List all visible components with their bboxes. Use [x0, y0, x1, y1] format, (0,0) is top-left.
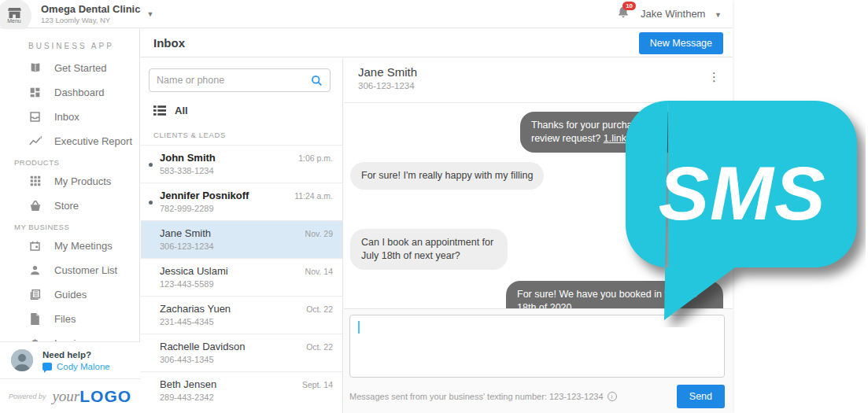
page-title: Inbox	[153, 36, 185, 50]
conversation-name: Beth Jensen	[160, 378, 216, 390]
conversation-time: Nov. 29	[305, 229, 333, 238]
conversation-phone: 782-999-2289	[160, 204, 333, 213]
conversation-name: Rachelle Davidson	[160, 341, 245, 352]
conversation-list-pane: All CLIENTS & LEADS John Smith1:06 p.m. …	[141, 58, 343, 413]
sidebar-item-label: Executive Report	[54, 135, 132, 147]
sidebar-item-label: Guides	[54, 289, 87, 301]
sidebar-item-store[interactable]: Store	[0, 196, 139, 215]
notifications-button[interactable]: 10	[617, 6, 630, 22]
chat-header: Jane Smith 306-123-1234 ⋮	[344, 58, 733, 103]
search-box[interactable]	[149, 68, 331, 92]
sidebar-item-executive-report[interactable]: Executive Report	[0, 131, 139, 150]
message-link[interactable]: 1.link/sdj2	[604, 133, 648, 144]
list-heading: CLIENTS & LEADS	[141, 121, 342, 145]
conversation-time: 1:06 p.m.	[298, 153, 333, 163]
section-heading-my-business: MY BUSINESS	[0, 215, 139, 236]
conversation-name: John Smith	[160, 152, 216, 164]
info-icon[interactable]: i	[608, 392, 617, 401]
sidebar-item-label: Dashboard	[54, 87, 105, 98]
message-incoming: For sure! I'm really happy with my filli…	[350, 162, 544, 190]
dashboard-icon	[28, 86, 42, 99]
text-cursor	[358, 321, 360, 334]
help-agent-link[interactable]: Cody Malone	[42, 362, 110, 371]
sidebar-item-files[interactable]: Files	[0, 309, 139, 328]
sidebar-item-get-started[interactable]: Get Started	[0, 58, 139, 77]
business-switcher[interactable]: Omega Dental Clinic 123 Loomly Way, NY ▼	[41, 3, 153, 24]
sidebar-item-my-meetings[interactable]: My Meetings	[0, 236, 139, 255]
conversation-time: Sept. 14	[302, 380, 333, 389]
menu-button[interactable]: Menu	[0, 0, 31, 33]
business-name: Omega Dental Clinic	[41, 3, 140, 15]
send-button[interactable]: Send	[677, 385, 725, 408]
kebab-menu-icon[interactable]: ⋮	[708, 71, 720, 83]
new-message-button[interactable]: New Message	[639, 32, 723, 54]
conversation-row[interactable]: John Smith1:06 p.m. 583-338-1234	[141, 145, 342, 183]
sidebar-item-label: My Products	[54, 175, 111, 187]
chat-contact-phone: 306-123-1234	[358, 81, 720, 90]
conversation-name: Jessica Uslami	[160, 265, 228, 277]
unread-dot	[149, 201, 153, 205]
filter-all[interactable]: All	[141, 95, 342, 121]
conversation-row[interactable]: Zacharias YuenOct. 22 231-445-4345	[141, 296, 342, 334]
apps-grid-icon	[28, 175, 42, 188]
conversation-name: Jennifer Posnikoff	[160, 190, 249, 201]
powered-by: Powered by your LOGO	[0, 378, 140, 413]
conversation-time: Nov. 14	[305, 267, 333, 276]
chevron-down-icon: ▼	[715, 11, 722, 19]
sidebar: BUSINESS APP Get Started Dashboard Inbox…	[0, 29, 140, 413]
sidebar-item-label: Files	[54, 313, 76, 325]
sidebar-item-my-products[interactable]: My Products	[0, 171, 139, 190]
conversation-phone: 583-338-1234	[160, 166, 333, 175]
message-incoming: Can I book an appointment for July 18th …	[350, 229, 508, 270]
calendar-icon	[28, 239, 42, 253]
filter-all-label: All	[175, 105, 188, 116]
message-outgoing: Thanks for your purchase toreview reques…	[520, 112, 687, 153]
sidebar-item-label: Store	[54, 200, 79, 212]
app-label: BUSINESS APP	[0, 29, 139, 58]
unread-dot	[149, 163, 153, 167]
powered-by-label: Powered by	[9, 393, 46, 400]
inbox-icon	[28, 110, 42, 124]
sidebar-item-inbox[interactable]: Inbox	[0, 107, 139, 126]
chat-bubble-icon	[42, 363, 52, 371]
guides-icon	[28, 288, 42, 301]
screenshot-stage: Menu Omega Dental Clinic 123 Loomly Way,…	[0, 0, 868, 413]
conversation-time: Oct. 22	[306, 304, 333, 314]
top-bar: Menu Omega Dental Clinic 123 Loomly Way,…	[0, 0, 733, 28]
sidebar-item-customer-list[interactable]: Customer List	[0, 260, 139, 279]
composer-footer-note: Messages sent from your business' textin…	[349, 392, 617, 401]
support-avatar	[11, 349, 33, 371]
user-menu[interactable]: Jake Winthem ▼	[641, 8, 722, 20]
sidebar-item-dashboard[interactable]: Dashboard	[0, 83, 139, 101]
conversation-row[interactable]: Rachelle DavidsonOct. 22 306-443-1345	[141, 334, 342, 371]
basket-icon	[28, 199, 42, 212]
message-thread: Thanks for your purchase toreview reques…	[344, 104, 733, 308]
business-address: 123 Loomly Way, NY	[41, 16, 140, 24]
conversation-phone: 306-123-1234	[160, 242, 333, 251]
conversation-row-selected[interactable]: Jane SmithNov. 29 306-123-1234	[141, 220, 342, 258]
sidebar-item-label: My Meetings	[54, 240, 113, 252]
conversation-row[interactable]: Jennifer Posnikoff11:24 a.m. 782-999-228…	[141, 183, 342, 220]
help-agent-name: Cody Malone	[57, 362, 110, 371]
line-chart-icon	[28, 135, 42, 148]
search-input[interactable]	[157, 75, 311, 86]
conversation-row[interactable]: Beth JensenSept. 14 289-443-2342	[141, 371, 342, 409]
chat-pane: Jane Smith 306-123-1234 ⋮ Thanks for you…	[344, 58, 733, 413]
help-box: Need help? Cody Malone	[0, 341, 140, 378]
conversation-row[interactable]: Jessica UslamiNov. 14 123-443-5589	[141, 258, 342, 296]
inbox-header: Inbox New Message	[141, 29, 733, 57]
sidebar-item-guides[interactable]: Guides	[0, 285, 139, 304]
conversation-time: Oct. 22	[306, 342, 333, 352]
conversation-name: Jane Smith	[160, 227, 211, 239]
composer: Messages sent from your business' textin…	[344, 308, 733, 413]
message-outgoing: For sure! We have you booked in for 1:00…	[506, 281, 723, 308]
app-window: Menu Omega Dental Clinic 123 Loomly Way,…	[0, 0, 733, 413]
conversation-phone: 231-445-4345	[160, 317, 333, 326]
storefront-icon	[8, 8, 21, 19]
chat-contact-name: Jane Smith	[358, 65, 720, 79]
conversation-name: Zacharias Yuen	[160, 303, 231, 315]
conversation-phone: 123-443-5589	[160, 279, 333, 289]
message-input[interactable]	[349, 315, 725, 378]
search-icon[interactable]	[311, 75, 323, 87]
user-name: Jake Winthem	[641, 8, 705, 20]
